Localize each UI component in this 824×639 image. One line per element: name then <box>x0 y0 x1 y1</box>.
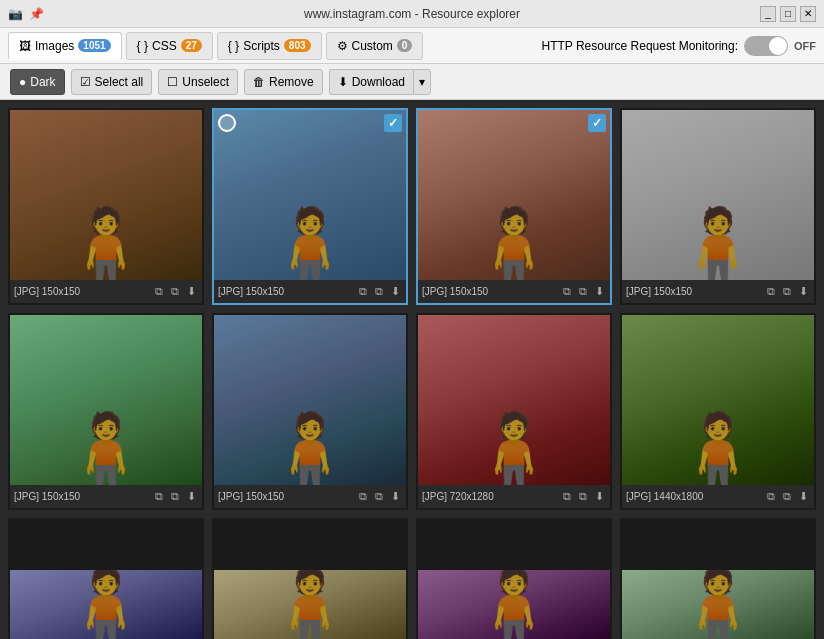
download-button[interactable]: ⬇ <box>389 284 402 299</box>
image-format-size: [JPG] 150x150 <box>218 491 284 502</box>
cell-info-bar: [JPG] 150x150⧉⧉⬇ <box>10 485 202 508</box>
maximize-button[interactable]: □ <box>780 6 796 22</box>
pin-icon: 📌 <box>29 7 44 21</box>
image-cell[interactable]: 🧍 <box>416 518 612 639</box>
copy-button[interactable]: ⧉ <box>373 489 385 504</box>
download-dropdown-button[interactable]: ▾ <box>413 69 431 95</box>
http-monitor-toggle[interactable] <box>744 36 788 56</box>
image-cell[interactable]: 🧍[JPG] 1440x1800⧉⧉⬇ <box>620 313 816 510</box>
open-button[interactable]: ⧉ <box>561 489 573 504</box>
open-button[interactable]: ⧉ <box>765 489 777 504</box>
http-monitor: HTTP Resource Request Monitoring: OFF <box>541 36 816 56</box>
cell-actions: ⧉⧉⬇ <box>153 489 198 504</box>
copy-button[interactable]: ⧉ <box>169 284 181 299</box>
copy-button[interactable]: ⧉ <box>373 284 385 299</box>
tab-custom[interactable]: ⚙ Custom 0 <box>326 32 424 60</box>
image-cell[interactable]: 🧍✓[JPG] 150x150⧉⧉⬇ <box>212 108 408 305</box>
cell-actions: ⧉⧉⬇ <box>561 489 606 504</box>
tab-scripts-badge: 803 <box>284 39 311 52</box>
toolbar: ● Dark ☑ Select all ☐ Unselect 🗑 Remove … <box>0 64 824 100</box>
image-cell[interactable]: 🧍 <box>620 518 816 639</box>
cell-actions: ⧉⧉⬇ <box>765 489 810 504</box>
image-thumbnail: 🧍✓ <box>214 110 406 280</box>
titlebar-title: www.instagram.com - Resource explorer <box>304 7 520 21</box>
selection-check: ✓ <box>384 114 402 132</box>
cell-info-bar: [JPG] 1440x1800⧉⧉⬇ <box>622 485 814 508</box>
tab-scripts-label: Scripts <box>243 39 280 53</box>
image-cell[interactable]: 🧍[JPG] 150x150⧉⧉⬇ <box>8 313 204 510</box>
open-button[interactable]: ⧉ <box>153 284 165 299</box>
tab-css-badge: 27 <box>181 39 202 52</box>
select-all-button[interactable]: ☑ Select all <box>71 69 153 95</box>
image-format-size: [JPG] 150x150 <box>14 286 80 297</box>
open-button[interactable]: ⧉ <box>357 489 369 504</box>
image-thumbnail: 🧍 <box>622 520 814 639</box>
remove-button[interactable]: 🗑 Remove <box>244 69 323 95</box>
download-button[interactable]: ⬇ <box>797 284 810 299</box>
dark-mode-button[interactable]: ● Dark <box>10 69 65 95</box>
copy-button[interactable]: ⧉ <box>781 489 793 504</box>
image-cell[interactable]: 🧍[JPG] 150x150⧉⧉⬇ <box>8 108 204 305</box>
copy-button[interactable]: ⧉ <box>781 284 793 299</box>
image-thumbnail: 🧍 <box>214 520 406 639</box>
tab-custom-label: Custom <box>352 39 393 53</box>
image-cell[interactable]: 🧍[JPG] 720x1280⧉⧉⬇ <box>416 313 612 510</box>
copy-button[interactable]: ⧉ <box>577 284 589 299</box>
image-grid: 🧍[JPG] 150x150⧉⧉⬇🧍✓[JPG] 150x150⧉⧉⬇🧍✓[JP… <box>0 100 824 639</box>
image-cell[interactable]: 🧍 <box>8 518 204 639</box>
copy-button[interactable]: ⧉ <box>577 489 589 504</box>
chevron-down-icon: ▾ <box>419 75 425 89</box>
copy-button[interactable]: ⧉ <box>169 489 181 504</box>
open-button[interactable]: ⧉ <box>561 284 573 299</box>
tab-images-label: Images <box>35 39 74 53</box>
tab-images[interactable]: 🖼 Images 1051 <box>8 32 122 60</box>
cell-actions: ⧉⧉⬇ <box>153 284 198 299</box>
download-group: ⬇ Download ▾ <box>329 69 431 95</box>
tab-images-badge: 1051 <box>78 39 110 52</box>
unselect-icon: ☐ <box>167 75 178 89</box>
close-button[interactable]: ✕ <box>800 6 816 22</box>
image-thumbnail: 🧍 <box>10 110 202 280</box>
tab-css-label: CSS <box>152 39 177 53</box>
titlebar-controls: _ □ ✕ <box>760 6 816 22</box>
image-thumbnail: 🧍 <box>622 315 814 485</box>
remove-label: Remove <box>269 75 314 89</box>
tab-scripts[interactable]: { } Scripts 803 <box>217 32 322 60</box>
remove-icon: 🗑 <box>253 75 265 89</box>
download-button[interactable]: ⬇ <box>593 284 606 299</box>
image-cell[interactable]: 🧍[JPG] 150x150⧉⧉⬇ <box>620 108 816 305</box>
tabbar: 🖼 Images 1051 { } CSS 27 { } Scripts 803… <box>0 28 824 64</box>
image-format-size: [JPG] 150x150 <box>14 491 80 502</box>
image-format-size: [JPG] 720x1280 <box>422 491 494 502</box>
open-button[interactable]: ⧉ <box>357 284 369 299</box>
unselect-button[interactable]: ☐ Unselect <box>158 69 238 95</box>
image-thumbnail: 🧍 <box>10 520 202 639</box>
download-icon: ⬇ <box>338 75 348 89</box>
image-format-size: [JPG] 150x150 <box>218 286 284 297</box>
download-button[interactable]: ⬇ <box>389 489 402 504</box>
image-cell[interactable]: 🧍 <box>212 518 408 639</box>
minimize-button[interactable]: _ <box>760 6 776 22</box>
tab-css[interactable]: { } CSS 27 <box>126 32 213 60</box>
toggle-knob <box>769 37 787 55</box>
css-icon: { } <box>137 39 148 53</box>
download-button[interactable]: ⬇ <box>797 489 810 504</box>
image-cell[interactable]: 🧍✓[JPG] 150x150⧉⧉⬇ <box>416 108 612 305</box>
custom-icon: ⚙ <box>337 39 348 53</box>
image-cell[interactable]: 🧍[JPG] 150x150⧉⧉⬇ <box>212 313 408 510</box>
cell-info-bar: [JPG] 150x150⧉⧉⬇ <box>214 485 406 508</box>
titlebar: 📷 📌 www.instagram.com - Resource explore… <box>0 0 824 28</box>
cell-info-bar: [JPG] 150x150⧉⧉⬇ <box>622 280 814 303</box>
cell-info-bar: [JPG] 150x150⧉⧉⬇ <box>10 280 202 303</box>
titlebar-left: 📷 📌 <box>8 7 44 21</box>
download-button[interactable]: ⬇ <box>185 489 198 504</box>
http-monitor-label: HTTP Resource Request Monitoring: <box>541 39 738 53</box>
download-button[interactable]: ⬇ <box>185 284 198 299</box>
images-icon: 🖼 <box>19 39 31 53</box>
download-button[interactable]: ⬇ <box>593 489 606 504</box>
open-button[interactable]: ⧉ <box>765 284 777 299</box>
open-button[interactable]: ⧉ <box>153 489 165 504</box>
cell-info-bar: [JPG] 720x1280⧉⧉⬇ <box>418 485 610 508</box>
download-button[interactable]: ⬇ Download <box>329 69 413 95</box>
scripts-icon: { } <box>228 39 239 53</box>
